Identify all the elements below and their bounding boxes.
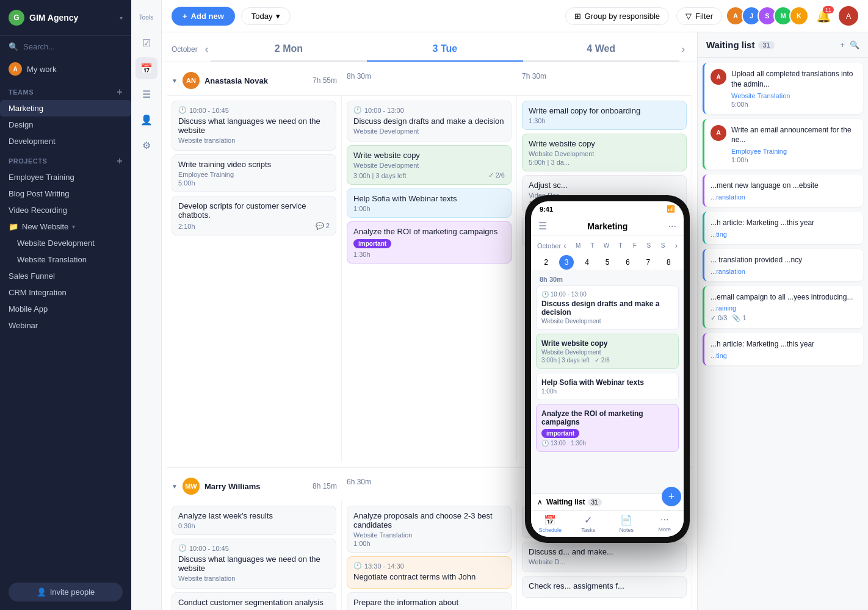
- task-card[interactable]: 🕐 13:30 - 14:30 Negotiate contract terms…: [347, 556, 512, 589]
- waiting-card[interactable]: ...email campaign to all ...yees introdu…: [703, 286, 863, 329]
- task-card[interactable]: Analyze last week's results 0:30h: [172, 506, 336, 535]
- phone-day-8[interactable]: 8: [661, 255, 676, 270]
- sidebar-item-design[interactable]: Design: [0, 117, 131, 133]
- search-bar[interactable]: 🔍 Search...: [0, 36, 131, 57]
- phone-day-5[interactable]: 5: [600, 255, 615, 270]
- task-card[interactable]: Check res... assigments f...: [522, 576, 687, 598]
- waiting-card[interactable]: ...ment new language on ...ebsite ...ran…: [703, 174, 863, 207]
- group-by-label: Group by responsible: [585, 12, 660, 21]
- wc-title: ... translation provided ...ncy: [711, 255, 857, 265]
- sidebar-item-development[interactable]: Development: [0, 133, 131, 149]
- phone-nav-notes[interactable]: 📄 Notes: [607, 514, 646, 533]
- calendar-area: October ‹ 2 Mon 3 Tue 4 Wed ›: [162, 32, 868, 610]
- waiting-card[interactable]: A Write an email announcement for the ne…: [703, 119, 863, 170]
- check-icon-item[interactable]: ☑: [136, 32, 157, 54]
- phone-task-card[interactable]: Analyze the ROI of marketing campaigns i…: [536, 404, 679, 452]
- phone-time: 9:41: [540, 206, 553, 213]
- more-icon[interactable]: ···: [668, 221, 676, 232]
- phone-task-project: Website Development: [541, 318, 673, 325]
- phone-days-header: M T W T F S S: [566, 240, 675, 251]
- task-card[interactable]: Prepare the information about: [347, 592, 512, 610]
- notification-button[interactable]: 🔔 11: [816, 9, 831, 23]
- person-icon-item[interactable]: 👤: [136, 109, 157, 131]
- marketing-label: Marketing: [9, 104, 43, 113]
- phone-task-card[interactable]: Write website copy Website Development 3…: [536, 334, 679, 369]
- task-card[interactable]: Write email copy for onboarding 1:30h: [522, 101, 687, 130]
- task-title: Discuss d... and make...: [529, 547, 680, 556]
- task-card[interactable]: 🕐 10:00 - 10:45 Discuss what languages w…: [172, 101, 336, 151]
- filter-button[interactable]: ▽ Filter: [676, 7, 722, 25]
- settings-icon-item[interactable]: ⚙: [136, 134, 157, 156]
- task-duration: 2:10h: [178, 223, 195, 230]
- sidebar-item-webinar[interactable]: Webinar: [0, 317, 131, 334]
- task-card[interactable]: Analyze proposals and choose 2-3 best ca…: [347, 506, 512, 553]
- waiting-card[interactable]: A Upload all completed translations into…: [703, 63, 863, 114]
- waiting-card[interactable]: ... translation provided ...ncy ...ransl…: [703, 249, 863, 281]
- task-card[interactable]: Conduct customer segmentation analysis: [172, 592, 336, 610]
- task-card[interactable]: Write website copy Website Development 5…: [522, 134, 687, 171]
- search-icon[interactable]: 🔍: [850, 40, 859, 49]
- phone-day-4[interactable]: 4: [580, 255, 595, 270]
- sidebar-item-website-translation[interactable]: Website Translation: [0, 251, 131, 268]
- phone-task-card[interactable]: Help Sofia with Webinar texts 1:00h: [536, 373, 679, 400]
- add-project-button[interactable]: +: [117, 156, 123, 167]
- invite-people-button[interactable]: 👤 Invite people: [9, 583, 123, 601]
- task-card[interactable]: Write training video scripts Employee Tr…: [172, 154, 336, 192]
- sidebar-item-employee-training[interactable]: Employee Training: [0, 169, 131, 185]
- phone-day-6[interactable]: 6: [620, 255, 635, 270]
- sidebar-item-sales-funnel[interactable]: Sales Funnel: [0, 268, 131, 284]
- add-new-button[interactable]: + Add new: [172, 7, 235, 26]
- person-toggle[interactable]: ▼: [172, 483, 178, 490]
- cal-prev-button[interactable]: ‹: [203, 41, 211, 57]
- hamburger-icon[interactable]: ☰: [538, 220, 547, 232]
- sidebar-item-blog-post-writing[interactable]: Blog Post Writing: [0, 185, 131, 202]
- sidebar-item-marketing[interactable]: Marketing: [0, 100, 131, 117]
- cal-next-button[interactable]: ›: [679, 41, 687, 57]
- my-work-label: My work: [27, 65, 56, 74]
- user-avatar[interactable]: A: [839, 6, 858, 26]
- task-title: Discuss design drafts and make a decisio…: [353, 117, 505, 126]
- sidebar-item-video-recording[interactable]: Video Recording: [0, 202, 131, 218]
- task-card[interactable]: Help Sofia with Webinar texts 1:00h: [347, 188, 512, 218]
- task-card[interactable]: 🕐 10:00 - 10:45 Discuss what languages w…: [172, 539, 336, 589]
- plus-icon[interactable]: +: [840, 40, 845, 49]
- person-toggle[interactable]: ▼: [172, 77, 178, 84]
- phone-day-2[interactable]: 2: [539, 255, 554, 270]
- person-anastasia-header-d3: 7h 30m: [522, 67, 687, 84]
- phone-task-card[interactable]: 🕐 10:00 - 13:00 Discuss design drafts an…: [536, 285, 679, 330]
- sidebar-item-website-development[interactable]: Website Development: [0, 235, 131, 251]
- sales-funnel-label: Sales Funnel: [9, 271, 55, 281]
- list-icon-item[interactable]: ☰: [136, 83, 157, 105]
- phone-task-project: Website Development: [541, 349, 673, 356]
- phone-day-7[interactable]: 7: [641, 255, 656, 270]
- wc-title: ...h article: Marketing ...this year: [711, 339, 857, 350]
- task-time: 🕐 10:00 - 10:45: [178, 106, 330, 114]
- collapse-icon[interactable]: ∧: [537, 498, 543, 506]
- task-card[interactable]: Analyze the ROI of marketing campaigns i…: [347, 221, 512, 264]
- sidebar-item-mobile-app[interactable]: Mobile App: [0, 301, 131, 317]
- phone-nav-tasks[interactable]: ✓ Tasks: [570, 514, 608, 533]
- phone-cal-next[interactable]: ›: [675, 241, 678, 250]
- task-card[interactable]: 🕐 10:00 - 13:00 Discuss design drafts an…: [347, 101, 512, 142]
- sidebar-item-crm-integration[interactable]: CRM Integration: [0, 284, 131, 301]
- sidebar-item-new-website[interactable]: 📁 New Website ▾: [0, 218, 131, 235]
- chevron-down-icon: ▾: [72, 223, 75, 230]
- calendar-icon-item[interactable]: 📅: [136, 57, 157, 79]
- tools-icon-item[interactable]: Tools: [136, 6, 157, 28]
- waiting-card[interactable]: ...h article: Marketing ...this year ...…: [703, 333, 863, 365]
- cal-col-ana-d1: 🕐 10:00 - 10:45 Discuss what languages w…: [167, 96, 342, 462]
- task-card[interactable]: Discuss d... and make... Website D...: [522, 542, 687, 572]
- add-team-button[interactable]: +: [117, 87, 123, 98]
- today-button[interactable]: Today ▾: [241, 7, 291, 25]
- app-logo[interactable]: G GIM Agency ▾: [0, 0, 131, 36]
- phone-fab-button[interactable]: +: [662, 487, 681, 506]
- my-work-item[interactable]: A My work: [0, 57, 131, 81]
- phone-nav-schedule[interactable]: 📅 Schedule: [531, 514, 570, 533]
- group-by-button[interactable]: ⊞ Group by responsible: [565, 7, 670, 25]
- phone-nav-more[interactable]: ··· More: [646, 514, 684, 533]
- phone-day-3[interactable]: 3: [559, 255, 574, 270]
- waiting-card[interactable]: ...h article: Marketing ...this year ...…: [703, 212, 863, 244]
- task-card[interactable]: Develop scripts for customer service cha…: [172, 196, 336, 235]
- task-card[interactable]: Write website copy Website Development 3…: [347, 145, 512, 185]
- day-label-m: M: [571, 241, 585, 250]
